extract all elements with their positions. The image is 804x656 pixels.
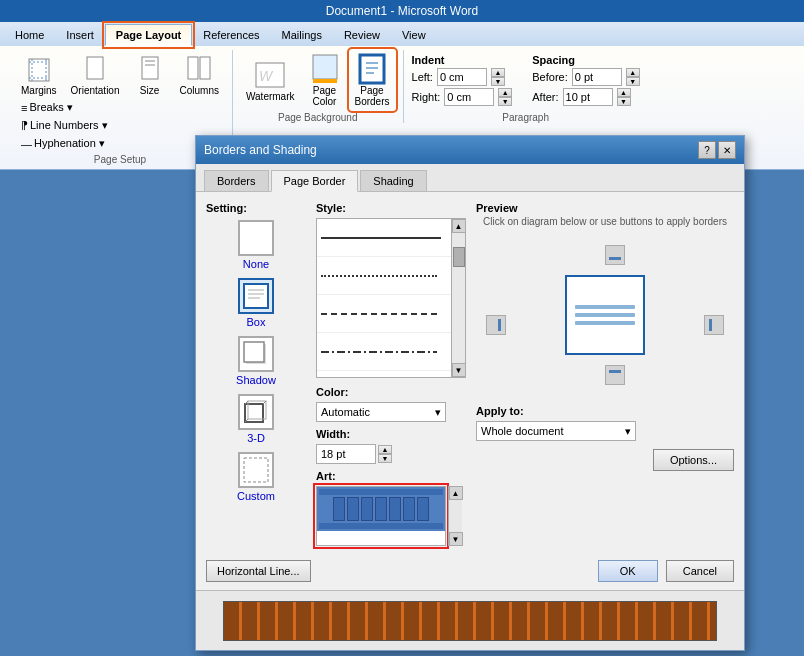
borders-shading-dialog: Borders and Shading ? ✕ Borders Page Bor… — [195, 135, 745, 350]
tab-shading[interactable]: Shading — [360, 170, 426, 191]
spacing-label: Spacing — [532, 54, 639, 66]
preview-left-button[interactable] — [486, 315, 506, 335]
preview-top-button[interactable] — [605, 245, 625, 265]
preview-area — [476, 235, 734, 350]
none-icon — [238, 220, 274, 256]
before-label: Before: — [532, 71, 567, 83]
tab-home[interactable]: Home — [4, 24, 55, 46]
indent-left-spinner[interactable]: ▲ ▼ — [491, 68, 505, 86]
ribbon-tabs: Home Insert Page Layout References Maili… — [0, 22, 804, 46]
tab-view[interactable]: View — [391, 24, 437, 46]
setting-shadow[interactable]: Shadow — [206, 336, 306, 350]
tab-borders[interactable]: Borders — [204, 170, 269, 191]
dialog-help-button[interactable]: ? — [698, 141, 716, 159]
right-label: Right: — [412, 91, 441, 103]
spacing-before-input[interactable]: 0 pt — [572, 68, 622, 86]
preview-box — [565, 275, 645, 350]
style-list[interactable]: ▲ ▼ — [316, 218, 466, 350]
dialog-close-button[interactable]: ✕ — [718, 141, 736, 159]
svg-rect-33 — [498, 319, 501, 331]
preview-label: Preview — [476, 202, 734, 214]
window-title: Document1 - Microsoft Word — [326, 4, 479, 18]
after-label: After: — [532, 91, 558, 103]
svg-rect-35 — [709, 319, 712, 331]
tab-insert[interactable]: Insert — [55, 24, 105, 46]
line-numbers-button[interactable]: ⁋ Line Numbers ▾ — [16, 117, 224, 134]
style-dotted[interactable] — [317, 257, 465, 295]
setting-none[interactable]: None — [206, 220, 306, 270]
style-label: Style: — [316, 202, 466, 214]
columns-icon — [183, 53, 215, 85]
dialog-tabs: Borders Page Border Shading — [196, 164, 744, 192]
none-label: None — [243, 258, 269, 270]
indent-right-spinner[interactable]: ▲ ▼ — [498, 88, 512, 106]
tab-references[interactable]: References — [192, 24, 270, 46]
spacing-after-spinner[interactable]: ▲ ▼ — [617, 88, 631, 106]
page-color-button[interactable]: PageColor — [304, 50, 346, 110]
preview-line-3 — [575, 321, 635, 325]
indent-right-input[interactable]: 0 cm — [444, 88, 494, 106]
style-solid[interactable] — [317, 219, 465, 257]
margins-label: Margins — [21, 85, 57, 96]
margins-button[interactable]: Margins — [16, 50, 62, 99]
tab-review[interactable]: Review — [333, 24, 391, 46]
setting-box[interactable]: Box — [206, 278, 306, 328]
spacing-after-input[interactable]: 10 pt — [563, 88, 613, 106]
size-button[interactable]: Size — [129, 50, 171, 99]
spacing-after-down[interactable]: ▼ — [617, 97, 631, 106]
preview-line-2 — [575, 313, 635, 317]
spacing-after-up[interactable]: ▲ — [617, 88, 631, 97]
svg-rect-32 — [609, 257, 621, 260]
page-borders-button[interactable]: PageBorders — [350, 50, 395, 110]
orientation-button[interactable]: Orientation — [66, 50, 125, 99]
indent-label: Indent — [412, 54, 513, 66]
tab-mailings[interactable]: Mailings — [271, 24, 333, 46]
tab-page-layout[interactable]: Page Layout — [105, 24, 192, 46]
ribbon-group-page-background: W Watermark PageColor — [233, 50, 404, 123]
svg-rect-5 — [87, 57, 103, 79]
orientation-label: Orientation — [71, 85, 120, 96]
shadow-icon — [238, 336, 274, 350]
svg-rect-19 — [244, 284, 268, 308]
title-bar: Document1 - Microsoft Word — [0, 0, 804, 22]
scroll-up[interactable]: ▲ — [452, 219, 466, 233]
box-icon — [238, 278, 274, 314]
preview-panel: Preview Click on diagram below or use bu… — [476, 202, 734, 350]
watermark-label: Watermark — [246, 91, 295, 102]
style-dashed[interactable] — [317, 295, 465, 333]
line-numbers-icon: ⁋ — [21, 119, 28, 132]
dialog-titlebar: Borders and Shading ? ✕ — [196, 136, 744, 164]
watermark-button[interactable]: W Watermark — [241, 56, 300, 105]
page-color-label: PageColor — [313, 85, 337, 107]
indent-left-input[interactable]: 0 cm — [437, 68, 487, 86]
style-dash-dot[interactable] — [317, 333, 465, 350]
indent-section: Indent Left: 0 cm ▲ ▼ Right: — [412, 54, 513, 106]
margins-icon — [23, 53, 55, 85]
columns-button[interactable]: Columns — [175, 50, 224, 99]
size-label: Size — [140, 85, 159, 96]
indent-left-up[interactable]: ▲ — [491, 68, 505, 77]
svg-text:W: W — [259, 68, 274, 84]
indent-left-down[interactable]: ▼ — [491, 77, 505, 86]
page-setup-items: Margins Orientation — [16, 50, 224, 99]
paragraph-label: Paragraph — [502, 112, 549, 123]
orientation-icon — [79, 53, 111, 85]
box-label: Box — [247, 316, 266, 328]
columns-label: Columns — [180, 85, 219, 96]
svg-rect-14 — [313, 79, 337, 83]
tab-page-border[interactable]: Page Border — [271, 170, 359, 192]
indent-right-down[interactable]: ▼ — [498, 97, 512, 106]
scroll-thumb[interactable] — [453, 247, 465, 267]
spacing-before-up[interactable]: ▲ — [626, 68, 640, 77]
preview-right-button[interactable] — [704, 315, 724, 335]
ribbon-group-paragraph: Indent Left: 0 cm ▲ ▼ Right: — [404, 50, 648, 123]
style-panel: Style: ▲ ▼ — [316, 202, 466, 350]
spacing-before-spinner[interactable]: ▲ ▼ — [626, 68, 640, 86]
left-label: Left: — [412, 71, 433, 83]
breaks-button[interactable]: ≡ Breaks ▾ — [16, 99, 224, 116]
spacing-before-down[interactable]: ▼ — [626, 77, 640, 86]
indent-right-up[interactable]: ▲ — [498, 88, 512, 97]
size-icon — [134, 53, 166, 85]
hyphenation-button[interactable]: — Hyphenation ▾ — [16, 135, 224, 152]
style-scrollbar[interactable]: ▲ ▼ — [451, 219, 465, 350]
